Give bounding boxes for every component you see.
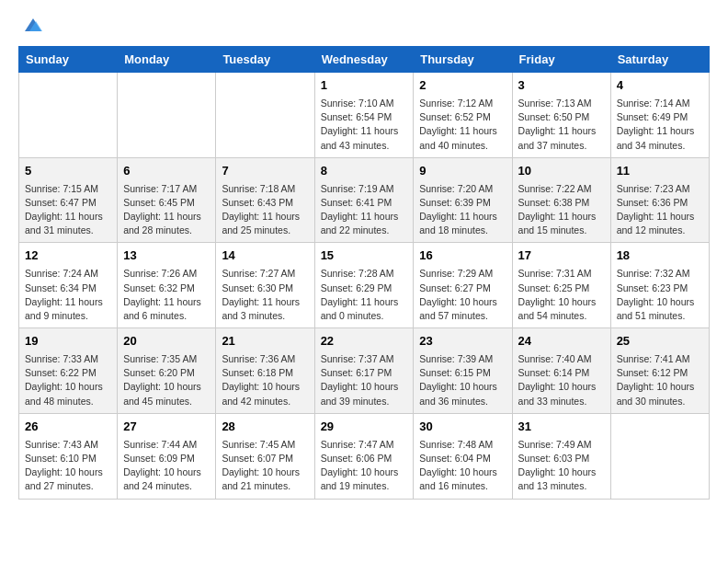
day-info: Sunrise: 7:41 AM Sunset: 6:12 PM Dayligh…: [617, 352, 703, 408]
day-number: 7: [222, 163, 308, 180]
calendar-cell: 6Sunrise: 7:17 AM Sunset: 6:45 PM Daylig…: [118, 157, 216, 243]
day-info: Sunrise: 7:33 AM Sunset: 6:22 PM Dayligh…: [25, 352, 111, 408]
calendar-cell: 30Sunrise: 7:48 AM Sunset: 6:04 PM Dayli…: [414, 413, 512, 499]
day-header-saturday: Saturday: [610, 47, 709, 73]
day-header-thursday: Thursday: [414, 47, 512, 73]
day-info: Sunrise: 7:22 AM Sunset: 6:38 PM Dayligh…: [518, 182, 605, 238]
calendar-cell: 24Sunrise: 7:40 AM Sunset: 6:14 PM Dayli…: [512, 328, 610, 414]
calendar-cell: 29Sunrise: 7:47 AM Sunset: 6:06 PM Dayli…: [314, 413, 414, 499]
calendar-cell: 22Sunrise: 7:37 AM Sunset: 6:17 PM Dayli…: [314, 328, 414, 414]
day-info: Sunrise: 7:29 AM Sunset: 6:27 PM Dayligh…: [419, 267, 506, 323]
calendar-cell: 26Sunrise: 7:43 AM Sunset: 6:10 PM Dayli…: [19, 413, 118, 499]
day-number: 13: [123, 247, 210, 265]
day-number: 24: [518, 333, 605, 350]
day-info: Sunrise: 7:19 AM Sunset: 6:41 PM Dayligh…: [321, 182, 408, 238]
calendar-cell: 19Sunrise: 7:33 AM Sunset: 6:22 PM Dayli…: [19, 328, 118, 414]
day-info: Sunrise: 7:18 AM Sunset: 6:43 PM Dayligh…: [222, 182, 308, 238]
day-info: Sunrise: 7:44 AM Sunset: 6:09 PM Dayligh…: [123, 438, 210, 494]
logo: [18, 15, 43, 37]
day-header-friday: Friday: [512, 47, 610, 73]
day-info: Sunrise: 7:15 AM Sunset: 6:47 PM Dayligh…: [25, 182, 111, 238]
calendar-cell: 17Sunrise: 7:31 AM Sunset: 6:25 PM Dayli…: [512, 243, 610, 328]
calendar-cell: 16Sunrise: 7:29 AM Sunset: 6:27 PM Dayli…: [414, 243, 512, 328]
calendar-cell: 15Sunrise: 7:28 AM Sunset: 6:29 PM Dayli…: [314, 243, 414, 328]
day-info: Sunrise: 7:17 AM Sunset: 6:45 PM Dayligh…: [123, 182, 210, 238]
calendar-cell: 12Sunrise: 7:24 AM Sunset: 6:34 PM Dayli…: [19, 243, 118, 328]
day-number: 8: [321, 163, 408, 180]
calendar-week-3: 12Sunrise: 7:24 AM Sunset: 6:34 PM Dayli…: [19, 243, 710, 328]
header: [18, 15, 710, 37]
calendar-cell: 14Sunrise: 7:27 AM Sunset: 6:30 PM Dayli…: [216, 243, 314, 328]
calendar-table: SundayMondayTuesdayWednesdayThursdayFrid…: [18, 46, 710, 500]
day-number: 25: [617, 333, 703, 350]
calendar-cell: 3Sunrise: 7:13 AM Sunset: 6:50 PM Daylig…: [512, 73, 610, 158]
day-number: 29: [321, 419, 408, 436]
day-number: 31: [518, 419, 605, 436]
calendar-cell: 27Sunrise: 7:44 AM Sunset: 6:09 PM Dayli…: [118, 413, 216, 499]
day-info: Sunrise: 7:40 AM Sunset: 6:14 PM Dayligh…: [518, 352, 605, 408]
day-info: Sunrise: 7:31 AM Sunset: 6:25 PM Dayligh…: [518, 267, 605, 323]
day-info: Sunrise: 7:45 AM Sunset: 6:07 PM Dayligh…: [222, 438, 308, 494]
day-number: 28: [222, 419, 308, 436]
day-number: 4: [617, 77, 703, 95]
day-number: 12: [25, 247, 111, 265]
calendar-cell: 2Sunrise: 7:12 AM Sunset: 6:52 PM Daylig…: [414, 73, 512, 158]
calendar-week-5: 26Sunrise: 7:43 AM Sunset: 6:10 PM Dayli…: [19, 413, 710, 499]
day-number: 21: [222, 333, 308, 350]
calendar-cell: [610, 413, 709, 499]
day-number: 20: [123, 333, 210, 350]
calendar-cell: 25Sunrise: 7:41 AM Sunset: 6:12 PM Dayli…: [610, 328, 709, 414]
day-number: 9: [419, 163, 506, 180]
day-header-monday: Monday: [118, 47, 216, 73]
calendar-week-4: 19Sunrise: 7:33 AM Sunset: 6:22 PM Dayli…: [19, 328, 710, 414]
day-header-tuesday: Tuesday: [216, 47, 314, 73]
calendar-cell: 18Sunrise: 7:32 AM Sunset: 6:23 PM Dayli…: [610, 243, 709, 328]
day-number: 22: [321, 333, 408, 350]
day-info: Sunrise: 7:24 AM Sunset: 6:34 PM Dayligh…: [25, 267, 111, 323]
day-info: Sunrise: 7:43 AM Sunset: 6:10 PM Dayligh…: [25, 438, 111, 494]
day-info: Sunrise: 7:35 AM Sunset: 6:20 PM Dayligh…: [123, 352, 210, 408]
day-info: Sunrise: 7:36 AM Sunset: 6:18 PM Dayligh…: [222, 352, 308, 408]
day-number: 19: [25, 333, 111, 350]
calendar-cell: 10Sunrise: 7:22 AM Sunset: 6:38 PM Dayli…: [512, 157, 610, 243]
day-number: 2: [419, 77, 506, 95]
day-info: Sunrise: 7:28 AM Sunset: 6:29 PM Dayligh…: [321, 267, 408, 323]
day-info: Sunrise: 7:14 AM Sunset: 6:49 PM Dayligh…: [617, 97, 703, 153]
day-number: 26: [25, 419, 111, 436]
day-number: 15: [321, 247, 408, 265]
calendar-cell: 23Sunrise: 7:39 AM Sunset: 6:15 PM Dayli…: [414, 328, 512, 414]
day-info: Sunrise: 7:49 AM Sunset: 6:03 PM Dayligh…: [518, 438, 605, 494]
calendar-cell: 28Sunrise: 7:45 AM Sunset: 6:07 PM Dayli…: [216, 413, 314, 499]
calendar-cell: 13Sunrise: 7:26 AM Sunset: 6:32 PM Dayli…: [118, 243, 216, 328]
day-number: 16: [419, 247, 506, 265]
day-header-sunday: Sunday: [19, 47, 118, 73]
day-info: Sunrise: 7:13 AM Sunset: 6:50 PM Dayligh…: [518, 97, 605, 153]
calendar-week-1: 1Sunrise: 7:10 AM Sunset: 6:54 PM Daylig…: [19, 73, 710, 158]
calendar-cell: 11Sunrise: 7:23 AM Sunset: 6:36 PM Dayli…: [610, 157, 709, 243]
day-info: Sunrise: 7:20 AM Sunset: 6:39 PM Dayligh…: [419, 182, 506, 238]
day-number: 14: [222, 247, 308, 265]
day-number: 23: [419, 333, 506, 350]
day-number: 10: [518, 163, 605, 180]
day-number: 30: [419, 419, 506, 436]
calendar-week-2: 5Sunrise: 7:15 AM Sunset: 6:47 PM Daylig…: [19, 157, 710, 243]
day-info: Sunrise: 7:23 AM Sunset: 6:36 PM Dayligh…: [617, 182, 703, 238]
calendar-cell: 20Sunrise: 7:35 AM Sunset: 6:20 PM Dayli…: [118, 328, 216, 414]
day-info: Sunrise: 7:47 AM Sunset: 6:06 PM Dayligh…: [321, 438, 408, 494]
calendar-cell: 21Sunrise: 7:36 AM Sunset: 6:18 PM Dayli…: [216, 328, 314, 414]
day-number: 3: [518, 77, 605, 95]
calendar-cell: 4Sunrise: 7:14 AM Sunset: 6:49 PM Daylig…: [610, 73, 709, 158]
logo-icon: [23, 17, 43, 37]
day-info: Sunrise: 7:27 AM Sunset: 6:30 PM Dayligh…: [222, 267, 308, 323]
page: SundayMondayTuesdayWednesdayThursdayFrid…: [0, 0, 728, 518]
calendar-cell: [19, 73, 118, 158]
day-number: 5: [25, 163, 111, 180]
calendar-cell: [118, 73, 216, 158]
day-info: Sunrise: 7:26 AM Sunset: 6:32 PM Dayligh…: [123, 267, 210, 323]
day-info: Sunrise: 7:48 AM Sunset: 6:04 PM Dayligh…: [419, 438, 506, 494]
day-number: 18: [617, 247, 703, 265]
day-number: 27: [123, 419, 210, 436]
calendar-header-row: SundayMondayTuesdayWednesdayThursdayFrid…: [19, 47, 710, 73]
calendar-cell: 1Sunrise: 7:10 AM Sunset: 6:54 PM Daylig…: [314, 73, 414, 158]
day-header-wednesday: Wednesday: [314, 47, 414, 73]
